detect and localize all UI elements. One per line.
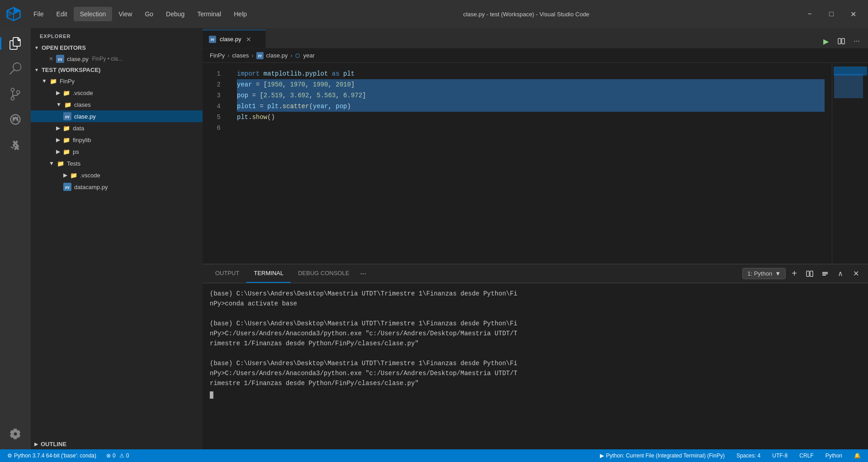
- activity-settings[interactable]: [4, 422, 27, 446]
- errors-status[interactable]: ⊗ 0 ⚠ 0: [104, 452, 132, 460]
- tab-close-button[interactable]: ✕: [245, 35, 252, 43]
- open-editors-section[interactable]: ▼ OPEN EDITORS: [31, 43, 203, 53]
- warning-count: 0: [126, 452, 129, 459]
- run-file-button[interactable]: ▶: [819, 34, 833, 48]
- folder-label-clases: clases: [74, 101, 91, 108]
- file-datacamp-py[interactable]: py datacamp.py: [31, 181, 203, 193]
- panel-close-button[interactable]: ✕: [849, 267, 863, 281]
- menu-view[interactable]: View: [112, 7, 138, 21]
- encoding-status[interactable]: UTF-8: [769, 452, 790, 460]
- breadcrumb-clases[interactable]: clases: [232, 52, 249, 59]
- file-icon-py: py: [56, 55, 64, 63]
- code-editor: 1 2 3 4 5 6 import matplotlib.pyplot as …: [203, 63, 868, 264]
- menu-help[interactable]: Help: [227, 7, 253, 21]
- editor-area: py clase.py ✕ ▶ ··· FinPy › clases: [203, 28, 868, 449]
- open-editors-label: OPEN EDITORS: [42, 44, 86, 51]
- folder-icon-ps: 📁: [63, 148, 70, 155]
- language-label: Python: [826, 452, 842, 459]
- folder-vscode-1[interactable]: ▶ 📁 .vscode: [31, 87, 203, 99]
- menu-edit[interactable]: Edit: [50, 7, 74, 21]
- outline-section[interactable]: ▶ OUTLINE: [31, 439, 203, 449]
- tab-bar: py clase.py ✕ ▶ ···: [203, 28, 868, 48]
- folder-label-finpylib: finpylib: [73, 137, 91, 143]
- kill-terminal-button[interactable]: [818, 267, 832, 281]
- folder-data[interactable]: ▶ 📁 data: [31, 122, 203, 134]
- close-button[interactable]: ✕: [843, 5, 863, 23]
- notification-bell[interactable]: 🔔: [851, 452, 863, 460]
- tab-terminal[interactable]: TERMINAL: [246, 264, 291, 283]
- outline-chevron: ▶: [34, 442, 38, 447]
- file-icon-clase-py: py: [63, 112, 71, 120]
- minimize-button[interactable]: −: [799, 5, 820, 23]
- menu-go[interactable]: Go: [138, 7, 160, 21]
- tab-output[interactable]: OUTPUT: [208, 264, 246, 283]
- activity-search[interactable]: [4, 57, 27, 81]
- language-status[interactable]: Python: [823, 452, 845, 460]
- folder-finpy[interactable]: ▼ 📁 FinPy: [31, 75, 203, 87]
- close-file-icon[interactable]: ✕: [49, 56, 53, 62]
- app-logo: [5, 5, 23, 23]
- terminal-selector-dropdown[interactable]: 1: Python ▼: [742, 268, 786, 279]
- terminal-line-3b: nPy>C:/Users/Andres/Anaconda3/python.exe…: [210, 368, 861, 378]
- folder-finpylib[interactable]: ▶ 📁 finpylib: [31, 134, 203, 146]
- minimap-selection: [834, 74, 863, 98]
- menu-bar: File Edit Selection View Go Debug Termin…: [27, 7, 253, 21]
- terminal-line-1b: nPy>conda activate base: [210, 299, 861, 309]
- activity-debug[interactable]: [4, 108, 27, 131]
- menu-file[interactable]: File: [27, 7, 50, 21]
- breadcrumb-clase-py[interactable]: clase.py: [266, 52, 288, 59]
- folder-clases[interactable]: ▼ 📁 clases: [31, 99, 203, 110]
- window-controls: − □ ✕: [799, 5, 863, 23]
- breadcrumb-year[interactable]: year: [303, 52, 315, 59]
- terminal-cursor: [210, 391, 213, 399]
- chevron-clases: ▼: [56, 101, 61, 108]
- code-content[interactable]: import matplotlib.pyplot as plt year = […: [230, 63, 832, 264]
- sidebar-header: EXPLORER: [31, 28, 203, 43]
- chevron-finpy: ▼: [42, 78, 47, 84]
- panel-more-tabs[interactable]: ···: [357, 268, 370, 280]
- split-editor-button[interactable]: [835, 34, 848, 48]
- breadcrumb-symbol-icon: ⬡: [295, 52, 300, 59]
- file-icon-datacamp: py: [63, 183, 71, 191]
- encoding-label: UTF-8: [772, 452, 788, 459]
- open-file-path: FinPy • cla...: [92, 56, 123, 62]
- outline-label: OUTLINE: [41, 441, 66, 448]
- add-terminal-button[interactable]: +: [788, 267, 801, 281]
- terminal-content[interactable]: (base) C:\Users\Andres\Desktop\Maestria …: [203, 283, 868, 449]
- folder-tests[interactable]: ▼ 📁 Tests: [31, 157, 203, 169]
- activity-source-control[interactable]: [4, 82, 27, 106]
- panel-collapse-button[interactable]: ∧: [834, 267, 847, 281]
- test-workspace-section[interactable]: ▼ TEST (WORKSPACE): [31, 65, 203, 75]
- file-clase-py[interactable]: py clase.py: [31, 110, 203, 122]
- tab-clase-py[interactable]: py clase.py ✕: [203, 30, 266, 48]
- run-status[interactable]: ▶ Python: Current File (Integrated Termi…: [597, 452, 727, 460]
- tab-debug-console[interactable]: DEBUG CONSOLE: [291, 264, 356, 283]
- more-actions-button[interactable]: ···: [850, 34, 863, 48]
- folder-icon-finpylib: 📁: [63, 137, 70, 143]
- run-label: Python: Current File (Integrated Termina…: [606, 452, 725, 459]
- folder-vscode-2[interactable]: ▶ 📁 .vscode: [31, 169, 203, 181]
- menu-selection[interactable]: Selection: [74, 7, 113, 21]
- activity-explorer[interactable]: [4, 32, 27, 55]
- status-left: ⚙ Python 3.7.4 64-bit ('base': conda) ⊗ …: [5, 452, 132, 460]
- chevron-data: ▶: [56, 125, 60, 131]
- breadcrumb-finpy[interactable]: FinPy: [210, 52, 225, 59]
- python-version-status[interactable]: ⚙ Python 3.7.4 64-bit ('base': conda): [5, 452, 99, 460]
- terminal-line-2b: nPy>C:/Users/Andres/Anaconda3/python.exe…: [210, 329, 861, 338]
- folder-label-vscode2: .vscode: [80, 172, 100, 179]
- panel-controls: 1: Python ▼ +: [742, 267, 863, 281]
- spaces-status[interactable]: Spaces: 4: [734, 452, 763, 460]
- titlebar: File Edit Selection View Go Debug Termin…: [0, 0, 868, 28]
- open-file-clase-py[interactable]: ✕ py clase.py FinPy • cla...: [31, 53, 203, 65]
- folder-ps[interactable]: ▶ 📁 ps: [31, 146, 203, 157]
- maximize-button[interactable]: □: [821, 5, 842, 23]
- folder-icon-vscode2: 📁: [70, 172, 77, 179]
- terminal-selector-label: 1: Python: [747, 270, 772, 277]
- workspace-chevron: ▼: [34, 67, 39, 72]
- activity-extensions[interactable]: [4, 133, 27, 157]
- code-line-6: [237, 123, 825, 133]
- menu-debug[interactable]: Debug: [160, 7, 191, 21]
- menu-terminal[interactable]: Terminal: [191, 7, 227, 21]
- split-terminal-button[interactable]: [803, 267, 816, 281]
- line-ending-status[interactable]: CRLF: [797, 452, 816, 460]
